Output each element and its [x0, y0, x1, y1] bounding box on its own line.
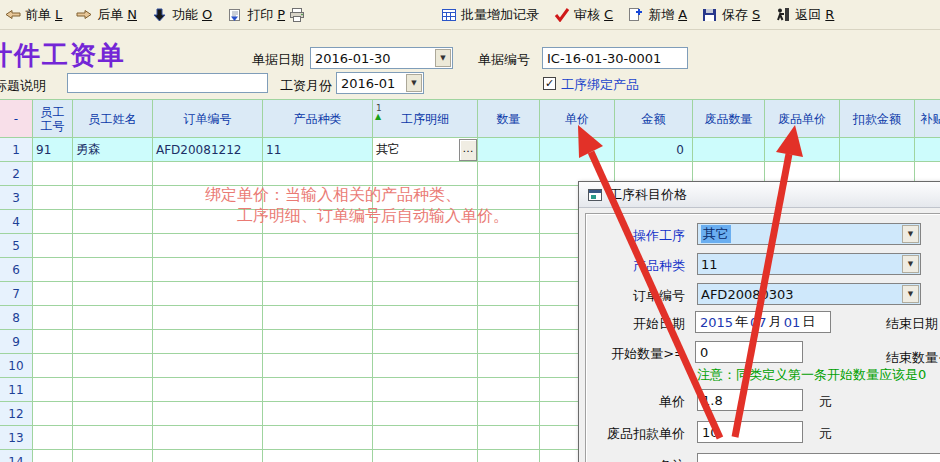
table-cell[interactable] [373, 378, 478, 402]
row-number[interactable]: 10 [0, 354, 33, 378]
row-number[interactable]: 12 [0, 402, 33, 426]
table-cell[interactable] [33, 258, 73, 282]
table-cell[interactable] [73, 378, 153, 402]
col-header-4[interactable]: 产品种类 [263, 100, 373, 138]
table-cell[interactable] [153, 162, 263, 186]
doc-no-input[interactable]: IC-16-01-30-0001 [542, 47, 688, 69]
row-number[interactable]: 11 [0, 378, 33, 402]
table-cell[interactable] [33, 234, 73, 258]
table-cell[interactable] [73, 258, 153, 282]
table-cell[interactable] [153, 354, 263, 378]
table-cell[interactable] [153, 426, 263, 450]
row-number[interactable]: 7 [0, 282, 33, 306]
order-no-combo[interactable]: AFD20080303 ▼ [697, 283, 921, 305]
row-number[interactable]: 14 [0, 450, 33, 462]
col-header-8[interactable]: 金额 [615, 100, 693, 138]
table-cell[interactable]: 91 [33, 138, 73, 162]
table-cell[interactable] [73, 402, 153, 426]
table-cell[interactable] [153, 378, 263, 402]
table-cell[interactable] [73, 450, 153, 462]
dropdown-arrow-icon[interactable]: ▼ [902, 255, 919, 273]
table-cell[interactable] [373, 450, 478, 462]
toolbar-button-hand-right[interactable]: 后单N [76, 6, 137, 24]
toolbar-button-floppy[interactable]: 保存S [701, 6, 760, 24]
table-cell[interactable] [693, 138, 765, 162]
row-number[interactable]: 4 [0, 210, 33, 234]
table-cell[interactable]: AFD20081212 [153, 138, 263, 162]
table-cell[interactable] [33, 162, 73, 186]
col-header-11[interactable]: 扣款金额 [840, 100, 915, 138]
product-type-combo[interactable]: 11 ▼ [697, 253, 921, 275]
table-cell[interactable] [263, 306, 373, 330]
table-cell[interactable] [840, 138, 915, 162]
caption-input[interactable] [67, 73, 268, 93]
table-cell[interactable] [478, 282, 540, 306]
row-number[interactable]: 6 [0, 258, 33, 282]
col-header-6[interactable]: 数量 [478, 100, 540, 138]
table-cell[interactable] [33, 402, 73, 426]
col-header-0[interactable]: - [0, 100, 33, 138]
toolbar-button-exit[interactable]: 返回R [774, 6, 834, 24]
table-cell[interactable] [373, 354, 478, 378]
table-cell[interactable]: 0 [615, 138, 693, 162]
table-cell[interactable]: 其它… [373, 138, 478, 162]
table-cell[interactable] [263, 426, 373, 450]
table-cell[interactable] [153, 306, 263, 330]
table-cell[interactable] [478, 258, 540, 282]
table-cell[interactable] [263, 330, 373, 354]
table-cell[interactable] [33, 186, 73, 210]
col-header-2[interactable]: 员工姓名 [73, 100, 153, 138]
row-number[interactable]: 2 [0, 162, 33, 186]
table-cell[interactable] [33, 354, 73, 378]
price-field[interactable]: 1.8 [697, 389, 803, 411]
row-number[interactable]: 13 [0, 426, 33, 450]
table-cell[interactable] [73, 426, 153, 450]
start-date-field[interactable]: 2015 年 07 月 01 日 [695, 311, 831, 333]
toolbar-button-print-page[interactable]: 打印P [226, 6, 306, 24]
toolbar-button-new-page[interactable]: 新增A [627, 6, 687, 24]
wage-month-combo[interactable]: 2016-01 ▼ [336, 72, 424, 94]
table-cell[interactable] [373, 282, 478, 306]
table-cell[interactable] [373, 234, 478, 258]
operation-combo[interactable]: 其它 ▼ [697, 223, 921, 245]
toolbar-button-hand-left[interactable]: 前单L [4, 6, 62, 24]
table-cell[interactable] [153, 234, 263, 258]
table-cell[interactable] [478, 330, 540, 354]
table-cell[interactable] [73, 330, 153, 354]
table-cell[interactable] [263, 258, 373, 282]
table-cell[interactable] [73, 186, 153, 210]
table-cell[interactable] [33, 450, 73, 462]
table-cell[interactable] [263, 402, 373, 426]
table-cell[interactable] [153, 402, 263, 426]
table-cell[interactable] [263, 282, 373, 306]
table-cell[interactable] [263, 162, 373, 186]
row-number[interactable]: 3 [0, 186, 33, 210]
ellipsis-button[interactable]: … [459, 139, 477, 161]
table-cell[interactable] [373, 162, 478, 186]
table-cell[interactable] [73, 282, 153, 306]
toolbar-button-check[interactable]: 审核C [553, 6, 613, 24]
dropdown-arrow-icon[interactable]: ▼ [406, 74, 422, 92]
table-cell[interactable] [73, 210, 153, 234]
row-number[interactable]: 8 [0, 306, 33, 330]
col-header-5[interactable]: 工序明细1▲ [373, 100, 478, 138]
table-cell[interactable] [33, 378, 73, 402]
table-cell[interactable] [478, 138, 540, 162]
table-cell[interactable] [33, 426, 73, 450]
table-cell[interactable] [478, 354, 540, 378]
col-header-3[interactable]: 订单编号 [153, 100, 263, 138]
table-cell[interactable]: 勇森 [73, 138, 153, 162]
col-header-9[interactable]: 废品数量 [693, 100, 765, 138]
process-detail-editor[interactable]: 其它 [373, 141, 459, 158]
table-cell[interactable] [33, 306, 73, 330]
table-cell[interactable] [33, 282, 73, 306]
table-cell[interactable] [263, 450, 373, 462]
scrap-price-field[interactable]: 10 [697, 421, 803, 443]
dropdown-arrow-icon[interactable]: ▼ [902, 285, 919, 303]
table-cell[interactable] [263, 234, 373, 258]
table-cell[interactable] [765, 138, 840, 162]
table-cell[interactable] [73, 306, 153, 330]
row-number[interactable]: 1 [0, 138, 33, 162]
table-cell[interactable] [478, 306, 540, 330]
table-cell[interactable] [478, 234, 540, 258]
